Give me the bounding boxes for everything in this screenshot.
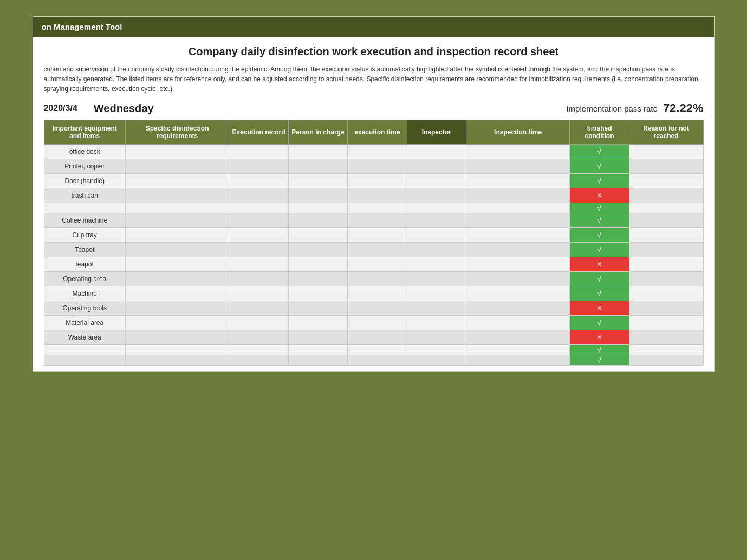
date-text: 2020/3/4 <box>44 103 77 113</box>
main-title: Company daily disinfection work executio… <box>44 45 704 58</box>
cell-reason-reached <box>629 345 703 355</box>
cell-disinfection <box>125 330 229 345</box>
cell-reason-reached <box>629 243 703 257</box>
cell-disinfection <box>125 203 229 213</box>
table-row: Waste area× <box>44 330 703 345</box>
cell-execution-time <box>348 272 407 286</box>
cell-equipment: Coffee machine <box>44 213 125 228</box>
cell-execution-time <box>348 213 407 228</box>
cell-execution-record <box>229 286 288 301</box>
cell-person-charge <box>288 174 347 188</box>
cell-equipment <box>44 203 125 213</box>
cell-disinfection <box>125 159 229 174</box>
cell-finished-condition: √ <box>570 145 629 159</box>
cell-disinfection <box>125 228 229 243</box>
cell-person-charge <box>288 213 347 228</box>
cell-inspector <box>407 243 466 257</box>
cell-finished-condition: √ <box>570 243 629 257</box>
cell-inspection-time <box>466 203 569 213</box>
cell-reason-reached <box>629 272 703 286</box>
cell-person-charge <box>288 355 347 366</box>
cell-disinfection <box>125 257 229 272</box>
cell-execution-record <box>229 228 288 243</box>
cell-equipment: Door (handle) <box>44 174 125 188</box>
header-execution-record: Execution record <box>229 120 288 145</box>
inspection-table: Important equipment and items Specific d… <box>44 120 704 366</box>
cell-equipment: Waste area <box>44 330 125 345</box>
cell-execution-record <box>229 272 288 286</box>
cell-inspector <box>407 213 466 228</box>
cell-inspection-time <box>466 174 569 188</box>
cell-reason-reached <box>629 145 703 159</box>
table-row: Operating tools× <box>44 301 703 316</box>
cell-inspector <box>407 355 466 366</box>
cell-execution-time <box>348 330 407 345</box>
header-disinfection: Specific disinfection requirements <box>125 120 229 145</box>
table-row: √ <box>44 203 703 213</box>
header-inspection-time: Inspection time <box>466 120 569 145</box>
header-finished-condition: finished condition <box>570 120 629 145</box>
cell-equipment: Printer, copier <box>44 159 125 174</box>
cell-execution-record <box>229 243 288 257</box>
date-left: 2020/3/4 Wednesday <box>44 102 154 115</box>
cell-equipment: Teapot <box>44 243 125 257</box>
cell-person-charge <box>288 203 347 213</box>
table-row: Door (handle)√ <box>44 174 703 188</box>
cell-disinfection <box>125 316 229 330</box>
cell-person-charge <box>288 316 347 330</box>
cell-disinfection <box>125 345 229 355</box>
table-row: office desk√ <box>44 145 703 159</box>
cell-person-charge <box>288 272 347 286</box>
cell-execution-time <box>348 174 407 188</box>
cell-finished-condition: √ <box>570 355 629 366</box>
cell-finished-condition: √ <box>570 174 629 188</box>
cell-execution-record <box>229 301 288 316</box>
cell-reason-reached <box>629 316 703 330</box>
cell-inspection-time <box>466 272 569 286</box>
table-row: Cup tray√ <box>44 228 703 243</box>
table-row: √ <box>44 345 703 355</box>
cell-reason-reached <box>629 228 703 243</box>
cell-inspection-time <box>466 316 569 330</box>
cell-inspector <box>407 316 466 330</box>
cell-disinfection <box>125 188 229 203</box>
cell-equipment: teapot <box>44 257 125 272</box>
cell-execution-record <box>229 174 288 188</box>
cell-disinfection <box>125 145 229 159</box>
cell-execution-record <box>229 159 288 174</box>
cell-reason-reached <box>629 257 703 272</box>
cell-inspection-time <box>466 213 569 228</box>
cell-execution-time <box>348 228 407 243</box>
cell-reason-reached <box>629 159 703 174</box>
cell-inspector <box>407 257 466 272</box>
cell-person-charge <box>288 301 347 316</box>
cell-equipment <box>44 345 125 355</box>
cell-reason-reached <box>629 355 703 366</box>
cell-finished-condition: √ <box>570 203 629 213</box>
cell-disinfection <box>125 272 229 286</box>
cell-finished-condition: √ <box>570 272 629 286</box>
cell-execution-record <box>229 213 288 228</box>
table-body: office desk√Printer, copier√Door (handle… <box>44 145 703 366</box>
cell-finished-condition: √ <box>570 316 629 330</box>
cell-person-charge <box>288 286 347 301</box>
table-row: teapot× <box>44 257 703 272</box>
cell-inspection-time <box>466 301 569 316</box>
cell-execution-record <box>229 257 288 272</box>
main-container: on Management Tool Company daily disinfe… <box>33 16 715 372</box>
cell-inspector <box>407 301 466 316</box>
cell-reason-reached <box>629 286 703 301</box>
cell-inspection-time <box>466 345 569 355</box>
cell-execution-time <box>348 316 407 330</box>
cell-inspector <box>407 188 466 203</box>
title-bar: on Management Tool <box>33 17 714 37</box>
cell-person-charge <box>288 188 347 203</box>
cell-finished-condition: × <box>570 301 629 316</box>
cell-execution-record <box>229 203 288 213</box>
cell-execution-record <box>229 145 288 159</box>
cell-finished-condition: √ <box>570 228 629 243</box>
cell-inspection-time <box>466 188 569 203</box>
cell-disinfection <box>125 174 229 188</box>
cell-reason-reached <box>629 301 703 316</box>
title-bar-label: on Management Tool <box>42 22 122 31</box>
